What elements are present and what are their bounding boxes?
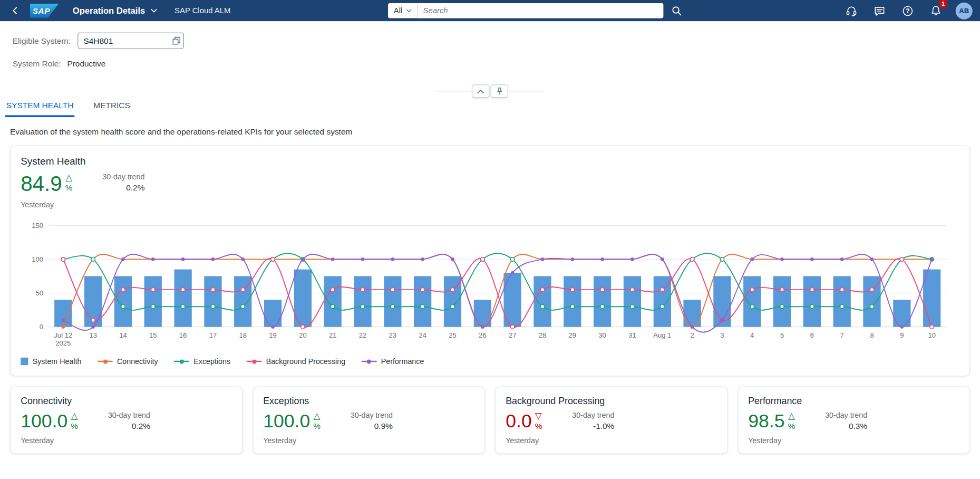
- bar-system-health[interactable]: [54, 300, 72, 327]
- point-background-processing[interactable]: [301, 325, 305, 329]
- bar-system-health[interactable]: [893, 300, 910, 327]
- point-background-processing[interactable]: [570, 288, 574, 291]
- search-input[interactable]: [418, 3, 663, 18]
- point-performance[interactable]: [331, 257, 334, 261]
- bar-system-health[interactable]: [174, 270, 191, 327]
- point-background-processing[interactable]: [630, 288, 634, 291]
- bar-system-health[interactable]: [533, 276, 551, 327]
- bar-system-health[interactable]: [594, 276, 611, 327]
- system-health-chart[interactable]: 050100150Jul 122025131415161718192021222…: [21, 217, 953, 350]
- point-performance[interactable]: [391, 257, 394, 261]
- point-exceptions[interactable]: [780, 305, 784, 309]
- point-performance[interactable]: [211, 257, 215, 261]
- bar-system-health[interactable]: [324, 276, 342, 327]
- kpi-card-background-processing[interactable]: Background Processing 0.0 ▽ % 30-day tre…: [495, 386, 727, 454]
- point-background-processing[interactable]: [271, 257, 275, 261]
- bar-system-health[interactable]: [803, 276, 821, 327]
- bar-system-health[interactable]: [624, 276, 641, 327]
- point-background-processing[interactable]: [600, 288, 604, 291]
- point-background-processing[interactable]: [421, 288, 424, 291]
- point-exceptions[interactable]: [241, 305, 245, 309]
- point-performance[interactable]: [511, 271, 514, 274]
- line-connectivity[interactable]: [63, 254, 932, 327]
- point-background-processing[interactable]: [451, 288, 454, 291]
- point-performance[interactable]: [691, 325, 694, 328]
- point-performance[interactable]: [271, 325, 274, 328]
- bar-system-health[interactable]: [773, 276, 791, 327]
- bar-system-health[interactable]: [833, 276, 851, 327]
- point-performance[interactable]: [361, 257, 364, 261]
- point-performance[interactable]: [630, 257, 634, 261]
- point-performance[interactable]: [810, 257, 813, 261]
- bar-system-health[interactable]: [743, 276, 761, 327]
- search-scope-select[interactable]: All: [388, 3, 418, 18]
- kpi-card-performance[interactable]: Performance 98.5 △ % 30-day trend 0.3% Y: [738, 386, 970, 454]
- point-background-processing[interactable]: [151, 288, 155, 291]
- point-performance[interactable]: [481, 325, 484, 328]
- point-performance[interactable]: [241, 257, 245, 261]
- legend-item-performance[interactable]: Performance: [362, 357, 424, 366]
- eligible-system-input[interactable]: [78, 33, 185, 49]
- point-performance[interactable]: [840, 257, 843, 261]
- point-exceptions[interactable]: [510, 257, 514, 261]
- title-dropdown-button[interactable]: [150, 7, 159, 14]
- point-performance[interactable]: [780, 257, 783, 261]
- point-exceptions[interactable]: [661, 305, 664, 309]
- point-background-processing[interactable]: [391, 288, 394, 291]
- point-performance[interactable]: [721, 319, 724, 322]
- point-exceptions[interactable]: [391, 305, 394, 309]
- point-exceptions[interactable]: [421, 305, 424, 309]
- point-exceptions[interactable]: [151, 305, 155, 309]
- bar-system-health[interactable]: [114, 276, 132, 327]
- bar-system-health[interactable]: [264, 300, 282, 327]
- point-exceptions[interactable]: [451, 305, 454, 309]
- point-exceptions[interactable]: [810, 305, 814, 309]
- bar-system-health[interactable]: [683, 300, 701, 327]
- point-performance[interactable]: [661, 257, 664, 261]
- point-background-processing[interactable]: [361, 288, 364, 291]
- help-button[interactable]: ?: [899, 2, 916, 19]
- legend-item-connectivity[interactable]: Connectivity: [98, 357, 158, 366]
- point-performance[interactable]: [751, 257, 754, 261]
- point-exceptions[interactable]: [181, 305, 185, 309]
- point-exceptions[interactable]: [870, 305, 874, 309]
- point-background-processing[interactable]: [900, 257, 904, 261]
- pin-header-button[interactable]: [491, 84, 508, 98]
- point-performance[interactable]: [121, 257, 124, 261]
- search-button[interactable]: [668, 2, 685, 19]
- point-exceptions[interactable]: [91, 257, 95, 261]
- point-background-processing[interactable]: [780, 288, 784, 291]
- point-background-processing[interactable]: [241, 288, 245, 291]
- tab-system-health[interactable]: SYSTEM HEALTH: [5, 91, 74, 117]
- point-exceptions[interactable]: [540, 305, 544, 309]
- point-background-processing[interactable]: [331, 288, 335, 291]
- point-exceptions[interactable]: [211, 305, 215, 309]
- point-exceptions[interactable]: [840, 305, 844, 309]
- point-exceptions[interactable]: [720, 257, 724, 261]
- point-background-processing[interactable]: [690, 257, 694, 261]
- point-background-processing[interactable]: [840, 288, 844, 291]
- point-performance[interactable]: [181, 257, 185, 261]
- avatar[interactable]: AB: [956, 2, 973, 19]
- point-performance[interactable]: [91, 325, 94, 328]
- point-background-processing[interactable]: [661, 288, 664, 291]
- legend-item-exceptions[interactable]: Exceptions: [174, 357, 230, 366]
- point-exceptions[interactable]: [600, 305, 604, 309]
- point-performance[interactable]: [900, 325, 904, 328]
- point-performance[interactable]: [930, 257, 934, 261]
- point-performance[interactable]: [421, 257, 424, 261]
- kpi-card-connectivity[interactable]: Connectivity 100.0 △ % 30-day trend 0.2%: [10, 386, 242, 454]
- point-performance[interactable]: [151, 257, 154, 261]
- point-performance[interactable]: [451, 257, 454, 261]
- point-exceptions[interactable]: [570, 305, 574, 309]
- point-exceptions[interactable]: [630, 305, 634, 309]
- point-performance[interactable]: [571, 257, 574, 261]
- line-exceptions[interactable]: [63, 253, 932, 310]
- point-background-processing[interactable]: [930, 325, 934, 329]
- point-background-processing[interactable]: [91, 318, 95, 322]
- point-background-processing[interactable]: [121, 288, 125, 291]
- point-background-processing[interactable]: [481, 257, 484, 261]
- bar-system-health[interactable]: [414, 276, 431, 327]
- point-performance[interactable]: [870, 257, 874, 261]
- point-performance[interactable]: [62, 319, 65, 322]
